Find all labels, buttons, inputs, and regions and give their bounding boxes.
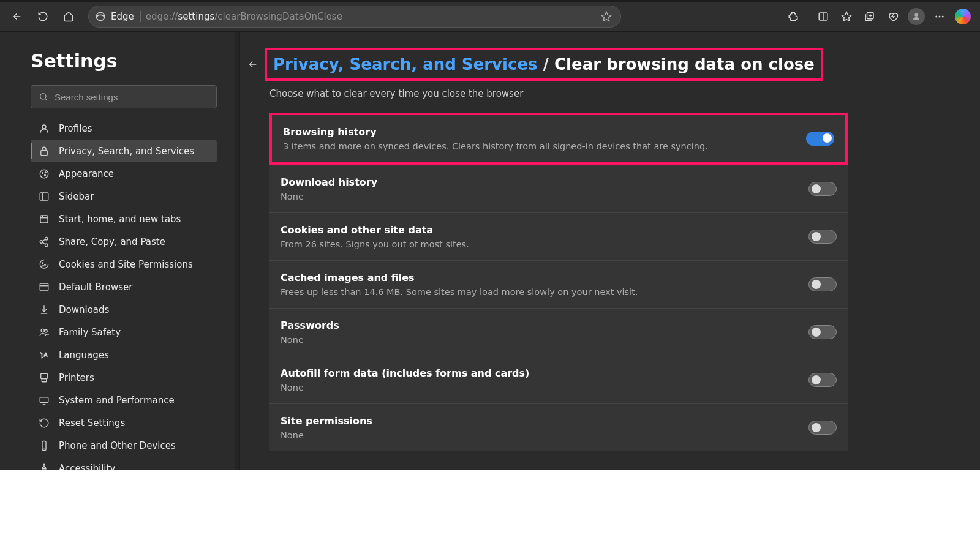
profile-avatar[interactable]	[905, 6, 927, 28]
setting-row-autofill-form-data-includes-forms-and-cards: Autofill form data (includes forms and c…	[270, 356, 848, 403]
svg-point-35	[41, 329, 44, 332]
more-menu-icon[interactable]	[929, 6, 951, 28]
lock-icon	[38, 145, 50, 157]
reset-icon	[38, 417, 50, 429]
setting-title: Browsing history	[283, 126, 806, 138]
svg-rect-40	[40, 397, 48, 402]
svg-point-22	[42, 216, 42, 217]
svg-point-36	[45, 329, 48, 332]
svg-text:A: A	[44, 351, 48, 357]
sidebar-item-phone-and-other-devices[interactable]: Phone and Other Devices	[31, 434, 217, 457]
sidebar-item-label: Cookies and Site Permissions	[59, 259, 193, 270]
sidebar-item-sidebar[interactable]: Sidebar	[31, 185, 217, 208]
sidebar-item-reset-settings[interactable]: Reset Settings	[31, 411, 217, 434]
browser-toolbar: Edge edge://settings/clearBrowsingDataOn…	[0, 2, 980, 32]
page-description: Choose what to clear every time you clos…	[270, 88, 956, 99]
sidebar-item-appearance[interactable]: Appearance	[31, 162, 217, 185]
sidebar-item-label: Privacy, Search, and Services	[59, 146, 194, 157]
setting-toggle[interactable]	[806, 132, 834, 146]
sidebar-item-languages[interactable]: ALanguages	[31, 343, 217, 366]
setting-description: None	[281, 335, 809, 345]
breadcrumb-separator: /	[537, 55, 554, 73]
printer-icon	[38, 372, 50, 384]
svg-rect-18	[40, 193, 48, 200]
sidebar-item-system-and-performance[interactable]: System and Performance	[31, 389, 217, 411]
sidebar-resize-edge[interactable]	[235, 32, 240, 470]
svg-point-12	[42, 125, 46, 129]
svg-rect-39	[42, 378, 47, 381]
settings-sidebar: Settings ProfilesPrivacy, Search, and Se…	[0, 32, 235, 470]
svg-point-30	[43, 265, 44, 266]
sidebar-item-cookies-and-site-permissions[interactable]: Cookies and Site Permissions	[31, 253, 217, 276]
sidebar-icon	[38, 190, 50, 203]
setting-toggle[interactable]	[809, 230, 837, 244]
home-button[interactable]	[58, 6, 80, 28]
sidebar-item-label: Phone and Other Devices	[59, 440, 176, 451]
sidebar-item-downloads[interactable]: Downloads	[31, 298, 217, 321]
sidebar-item-start-home-and-new-tabs[interactable]: Start, home, and new tabs	[31, 208, 217, 230]
settings-main: Privacy, Search, and Services / Clear br…	[240, 32, 980, 470]
svg-point-44	[43, 464, 45, 466]
favorites-icon[interactable]	[835, 6, 858, 28]
setting-title: Cached images and files	[281, 272, 809, 283]
breadcrumb-back-button[interactable]	[247, 59, 260, 70]
sidebar-item-label: Start, home, and new tabs	[59, 214, 181, 225]
sidebar-item-share-copy-and-paste[interactable]: Share, Copy, and Paste	[31, 230, 217, 253]
address-bar[interactable]: Edge edge://settings/clearBrowsingDataOn…	[88, 6, 621, 28]
sidebar-item-label: Profiles	[59, 123, 92, 134]
sidebar-item-privacy-search-and-services[interactable]: Privacy, Search, and Services	[31, 140, 217, 162]
breadcrumb-highlight: Privacy, Search, and Services / Clear br…	[265, 48, 823, 81]
extensions-icon[interactable]	[782, 6, 804, 28]
setting-toggle[interactable]	[809, 373, 837, 387]
sidebar-item-printers[interactable]: Printers	[31, 366, 217, 389]
svg-point-24	[40, 240, 43, 243]
split-screen-icon[interactable]	[812, 6, 834, 28]
edge-brand-label: Edge	[111, 11, 141, 22]
setting-toggle[interactable]	[809, 325, 837, 339]
sidebar-item-default-browser[interactable]: Default Browser	[31, 276, 217, 298]
svg-line-11	[45, 99, 47, 100]
favorite-star-icon[interactable]	[601, 11, 612, 22]
svg-point-25	[45, 244, 48, 247]
phone-icon	[38, 440, 50, 452]
sidebar-item-profiles[interactable]: Profiles	[31, 117, 217, 140]
breadcrumb-current: Clear browsing data on close	[554, 55, 815, 73]
external-whitespace	[0, 470, 980, 551]
copilot-icon[interactable]	[952, 6, 974, 28]
setting-row-passwords: PasswordsNone	[270, 308, 848, 356]
breadcrumb-parent-link[interactable]: Privacy, Search, and Services	[273, 55, 537, 73]
sidebar-item-label: Printers	[59, 372, 94, 383]
svg-point-7	[935, 16, 937, 18]
sidebar-title: Settings	[31, 50, 217, 72]
svg-point-23	[45, 237, 48, 240]
setting-toggle[interactable]	[809, 421, 837, 435]
search-settings-input[interactable]	[55, 92, 209, 102]
sidebar-item-label: Default Browser	[59, 282, 132, 293]
search-settings-box[interactable]	[31, 85, 217, 108]
toolbar-divider	[808, 10, 809, 23]
collections-icon[interactable]	[859, 6, 881, 28]
setting-row-browsing-history: Browsing history3 items and more on sync…	[270, 113, 848, 165]
health-icon[interactable]	[882, 6, 904, 28]
svg-rect-38	[41, 373, 48, 378]
svg-point-0	[96, 12, 105, 21]
monitor-icon	[38, 394, 50, 407]
back-button[interactable]	[6, 6, 28, 28]
svg-point-29	[45, 264, 46, 266]
sidebar-item-label: Reset Settings	[59, 418, 125, 429]
download-icon	[38, 304, 50, 316]
setting-row-cached-images-and-files: Cached images and filesFrees up less tha…	[270, 260, 848, 308]
svg-rect-31	[40, 283, 48, 291]
setting-toggle[interactable]	[809, 277, 837, 291]
setting-description: None	[281, 383, 809, 392]
sidebar-item-family-safety[interactable]: Family Safety	[31, 321, 217, 343]
refresh-button[interactable]	[32, 6, 54, 28]
sidebar-item-accessibility[interactable]: Accessibility	[31, 457, 217, 470]
palette-icon	[38, 168, 50, 180]
setting-toggle[interactable]	[809, 182, 837, 196]
setting-title: Download history	[281, 176, 809, 188]
svg-point-28	[42, 263, 43, 264]
family-icon	[38, 326, 50, 339]
svg-line-27	[43, 242, 45, 244]
window-icon	[38, 213, 50, 225]
